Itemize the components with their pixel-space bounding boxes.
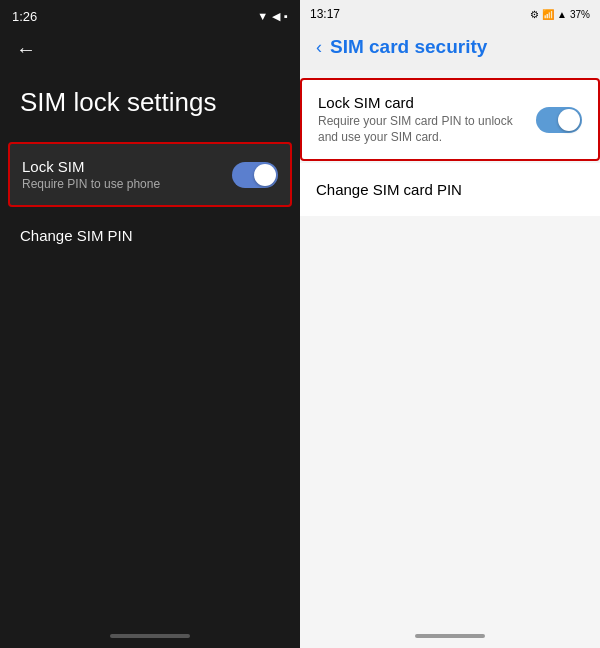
right-battery-label: 37% bbox=[570, 9, 590, 20]
left-page-title: SIM lock settings bbox=[0, 71, 300, 142]
right-back-button[interactable]: ‹ bbox=[316, 37, 322, 58]
change-sim-card-pin-button[interactable]: Change SIM card PIN bbox=[300, 163, 600, 216]
signal-icon: ◀ bbox=[272, 10, 280, 23]
left-time: 1:26 bbox=[12, 9, 37, 24]
lock-sim-item[interactable]: Lock SIM Require PIN to use phone bbox=[8, 142, 292, 207]
right-top-bar: ‹ SIM card security bbox=[300, 26, 600, 70]
left-panel: 1:26 ▼ ◀ ▪ ← SIM lock settings Lock SIM … bbox=[0, 0, 300, 648]
right-wifi-icon: 📶 bbox=[542, 9, 554, 20]
right-screen-title: SIM card security bbox=[330, 36, 487, 58]
left-settings-list: Lock SIM Require PIN to use phone bbox=[0, 142, 300, 209]
right-signal-icon: ▲ bbox=[557, 9, 567, 20]
change-sim-pin-button[interactable]: Change SIM PIN bbox=[0, 209, 300, 262]
wifi-icon: ▼ bbox=[257, 10, 268, 22]
battery-icon: ▪ bbox=[284, 10, 288, 22]
right-status-bar: 13:17 ⚙ 📶 ▲ 37% bbox=[300, 0, 600, 26]
left-status-bar: 1:26 ▼ ◀ ▪ bbox=[0, 0, 300, 28]
lock-sim-card-subtitle: Require your SIM card PIN to unlock and … bbox=[318, 114, 526, 145]
lock-sim-card-title: Lock SIM card bbox=[318, 94, 526, 111]
lock-sim-toggle[interactable] bbox=[232, 162, 278, 188]
right-status-icons: ⚙ 📶 ▲ 37% bbox=[530, 9, 590, 20]
right-time: 13:17 bbox=[310, 7, 340, 21]
toggle-knob bbox=[254, 164, 276, 186]
right-content: Lock SIM card Require your SIM card PIN … bbox=[300, 70, 600, 648]
lock-sim-card-toggle[interactable] bbox=[536, 107, 582, 133]
right-toggle-knob bbox=[558, 109, 580, 131]
lock-sim-title: Lock SIM bbox=[22, 158, 232, 175]
left-status-icons: ▼ ◀ ▪ bbox=[257, 10, 288, 23]
home-indicator bbox=[110, 634, 190, 638]
back-button[interactable]: ← bbox=[16, 38, 36, 61]
right-gear-icon: ⚙ bbox=[530, 9, 539, 20]
lock-sim-text: Lock SIM Require PIN to use phone bbox=[22, 158, 232, 191]
lock-sim-card-text: Lock SIM card Require your SIM card PIN … bbox=[318, 94, 536, 145]
right-panel: 13:17 ⚙ 📶 ▲ 37% ‹ SIM card security Lock… bbox=[300, 0, 600, 648]
right-home-indicator bbox=[415, 634, 485, 638]
left-back-bar: ← bbox=[0, 28, 300, 71]
lock-sim-card-item[interactable]: Lock SIM card Require your SIM card PIN … bbox=[300, 78, 600, 161]
lock-sim-subtitle: Require PIN to use phone bbox=[22, 177, 232, 191]
